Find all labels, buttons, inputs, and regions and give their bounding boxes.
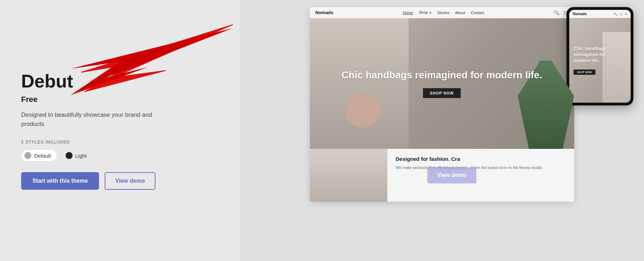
hero-shop-now-button[interactable]: SHOP NOW bbox=[423, 88, 461, 98]
bottom-content: Designed for fashion. Cra We make produc… bbox=[387, 149, 574, 202]
browser-mockup: Nomads Home Shop ∨ Stories About Contact… bbox=[310, 7, 574, 202]
style-default[interactable]: Default bbox=[21, 150, 57, 162]
bottom-heading: Designed for fashion. Cra bbox=[396, 156, 566, 162]
mobile-hero: Chic handbags reimagined for modern life… bbox=[569, 18, 631, 103]
mobile-cart-icon: 🛒 bbox=[619, 12, 623, 16]
hero-section: Chic handbags reimagined for modern life… bbox=[310, 18, 574, 149]
nav-stories[interactable]: Stories bbox=[437, 11, 449, 15]
start-theme-button[interactable]: Start with this theme bbox=[21, 172, 99, 190]
mobile-nav: Nomads 🔍 🛒 ≡ bbox=[569, 10, 631, 18]
right-panel: Nomads Home Shop ∨ Stories About Contact… bbox=[240, 0, 644, 261]
nav-shop[interactable]: Shop ∨ bbox=[419, 10, 432, 15]
mobile-menu-icon: ≡ bbox=[625, 12, 627, 16]
style-light[interactable]: Light bbox=[63, 150, 90, 161]
style-default-label: Default bbox=[34, 153, 51, 159]
style-light-label: Light bbox=[75, 153, 87, 159]
mobile-screen: Nomads 🔍 🛒 ≡ Chic handbags reimagined fo… bbox=[569, 10, 631, 103]
mobile-brand: Nomads bbox=[573, 12, 587, 16]
theme-price: Free bbox=[21, 95, 219, 104]
left-panel: Debut Free Designed to beautifully showc… bbox=[0, 0, 240, 261]
nav-about[interactable]: About bbox=[455, 11, 465, 15]
view-demo-button[interactable]: View demo bbox=[105, 172, 155, 190]
bottom-image bbox=[310, 149, 387, 202]
bottom-person bbox=[310, 149, 387, 202]
dot-default-icon bbox=[24, 152, 31, 159]
browser-nav: Nomads Home Shop ∨ Stories About Contact… bbox=[310, 7, 574, 18]
mobile-icons: 🔍 🛒 ≡ bbox=[613, 12, 627, 16]
styles-label: 2 STYLES INCLUDED bbox=[21, 140, 219, 145]
mobile-hero-heading: Chic handbags reimagined for modern life… bbox=[574, 46, 607, 64]
action-buttons: Start with this theme View demo bbox=[21, 172, 219, 190]
browser-brand: Nomads bbox=[315, 10, 333, 15]
mobile-search-icon: 🔍 bbox=[613, 12, 617, 16]
bottom-text: We make products that effortlessly trans… bbox=[396, 165, 566, 171]
mobile-shop-now-button[interactable]: SHOP NOW bbox=[574, 69, 595, 75]
theme-description: Designed to beautifully showcase your br… bbox=[21, 110, 169, 128]
hero-heading: Chic handbags reimagined for modern life… bbox=[342, 69, 542, 81]
style-options: Default Light bbox=[21, 150, 219, 162]
browser-bottom-section: Designed for fashion. Cra We make produc… bbox=[310, 149, 574, 202]
view-demo-overlay-label: View demo bbox=[437, 172, 466, 178]
browser-menu: Home Shop ∨ Stories About Contact bbox=[403, 10, 484, 15]
search-icon[interactable]: 🔍 bbox=[554, 10, 559, 15]
hero-text: Chic handbags reimagined for modern life… bbox=[342, 69, 542, 98]
mobile-mockup: Nomads 🔍 🛒 ≡ Chic handbags reimagined fo… bbox=[566, 7, 633, 105]
dot-light-icon bbox=[66, 152, 73, 159]
nav-home[interactable]: Home bbox=[403, 11, 413, 15]
view-demo-overlay[interactable]: View demo bbox=[427, 167, 476, 183]
theme-title: Debut bbox=[21, 71, 219, 91]
mobile-hero-text: Chic handbags reimagined for modern life… bbox=[569, 46, 631, 75]
nav-contact[interactable]: Contact bbox=[471, 11, 484, 15]
